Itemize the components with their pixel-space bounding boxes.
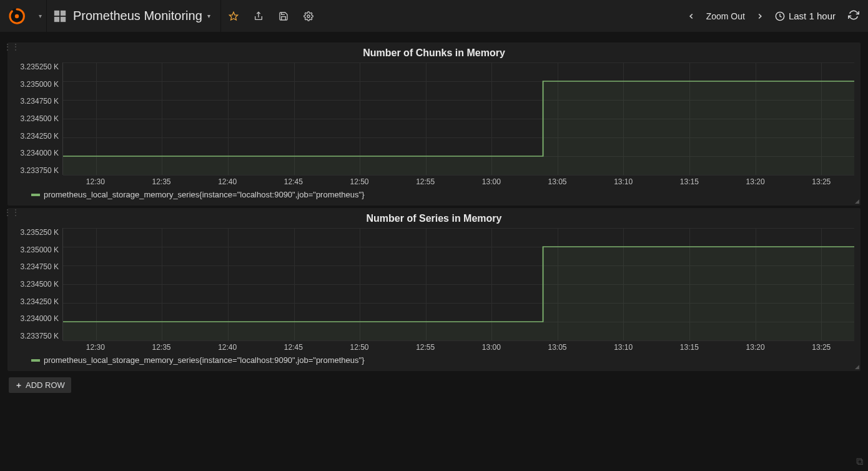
x-tick-label: 13:20	[723, 343, 789, 352]
star-button[interactable]	[221, 0, 246, 32]
time-back-button[interactable]	[683, 12, 700, 21]
chart-panel[interactable]: ⋮⋮Number of Series in Memory3.235250 K3.…	[7, 208, 861, 371]
legend-color-swatch	[31, 359, 40, 362]
x-axis: 12:3012:3512:4012:4512:5012:5513:0013:05…	[62, 175, 854, 187]
chart-plot-area[interactable]	[62, 62, 854, 175]
y-tick-label: 3.234500 K	[14, 114, 59, 123]
svg-marker-6	[229, 12, 237, 20]
x-tick-label: 13:05	[525, 177, 591, 186]
logo-menu-caret-icon[interactable]: ▾	[34, 12, 46, 19]
x-axis: 12:3012:3512:4012:4512:5012:5513:0013:05…	[62, 340, 854, 353]
dashboard-title: Prometheus Monitoring	[73, 9, 202, 23]
svg-rect-5	[61, 16, 66, 21]
time-controls: Zoom Out Last 1 hour	[683, 9, 859, 23]
y-tick-label: 3.234500 K	[14, 280, 59, 289]
legend-label: prometheus_local_storage_memory_series{i…	[44, 355, 365, 365]
x-tick-label: 13:20	[723, 177, 789, 186]
settings-button[interactable]	[296, 0, 321, 32]
x-tick-label: 12:30	[62, 177, 129, 186]
y-tick-label: 3.234250 K	[14, 132, 59, 141]
panel-drag-handle[interactable]: ⋮⋮	[4, 211, 20, 214]
chart-panel[interactable]: ⋮⋮Number of Chunks in Memory3.235250 K3.…	[7, 42, 861, 206]
dashboard-action-icons	[220, 0, 321, 32]
y-axis: 3.235250 K3.235000 K3.234750 K3.234500 K…	[14, 228, 62, 340]
y-axis: 3.235250 K3.235000 K3.234750 K3.234500 K…	[14, 62, 62, 175]
clock-icon	[775, 11, 785, 21]
save-button[interactable]	[271, 0, 296, 32]
footer-grafana-mark-icon: ⧉	[856, 456, 863, 467]
dashboard-caret-icon: ▾	[207, 12, 210, 19]
panel-drag-handle[interactable]: ⋮⋮	[4, 45, 20, 49]
x-tick-label: 13:10	[590, 343, 656, 352]
chart-legend[interactable]: prometheus_local_storage_memory_series{i…	[7, 353, 861, 371]
x-tick-label: 12:45	[260, 343, 327, 352]
x-tick-label: 12:30	[62, 343, 129, 352]
add-row-button[interactable]: ADD ROW	[9, 377, 71, 393]
svg-rect-2	[54, 10, 59, 15]
dashboard-icon	[53, 9, 67, 23]
y-tick-label: 3.234750 K	[14, 262, 59, 271]
dashboard-picker[interactable]: Prometheus Monitoring ▾	[46, 0, 220, 32]
chart-plot-area[interactable]	[62, 228, 854, 340]
panel-title: Number of Series in Memory	[7, 208, 861, 228]
x-tick-label: 13:00	[458, 343, 525, 352]
x-tick-label: 12:55	[392, 343, 458, 352]
x-tick-label: 12:55	[392, 177, 458, 186]
y-tick-label: 3.233750 K	[14, 332, 59, 340]
x-tick-label: 13:00	[458, 177, 525, 186]
y-tick-label: 3.235000 K	[14, 245, 59, 254]
x-tick-label: 12:50	[327, 177, 393, 186]
refresh-button[interactable]	[844, 9, 859, 23]
y-tick-label: 3.234250 K	[14, 297, 59, 306]
share-button[interactable]	[246, 0, 271, 32]
x-tick-label: 12:50	[327, 343, 393, 352]
y-tick-label: 3.235250 K	[14, 228, 59, 237]
y-tick-label: 3.235000 K	[14, 80, 59, 89]
x-tick-label: 13:25	[788, 177, 854, 186]
x-tick-label: 13:05	[525, 343, 591, 352]
panel-resize-handle[interactable]: ◢	[855, 364, 859, 370]
y-tick-label: 3.234000 K	[14, 149, 59, 157]
legend-label: prometheus_local_storage_memory_series{i…	[44, 190, 365, 199]
x-tick-label: 13:15	[656, 177, 723, 186]
y-tick-label: 3.235250 K	[14, 62, 59, 71]
svg-point-1	[15, 14, 19, 17]
x-tick-label: 13:25	[788, 343, 854, 352]
svg-rect-4	[54, 16, 59, 21]
x-tick-label: 13:10	[590, 177, 656, 186]
zoom-out-button[interactable]: Zoom Out	[703, 11, 749, 21]
time-forward-button[interactable]	[751, 12, 769, 21]
add-row-label: ADD ROW	[26, 380, 65, 390]
grafana-logo[interactable]	[0, 0, 34, 32]
panel-resize-handle[interactable]: ◢	[855, 198, 859, 204]
y-tick-label: 3.234750 K	[14, 97, 59, 106]
x-tick-label: 12:40	[194, 343, 260, 352]
time-range-picker[interactable]: Last 1 hour	[771, 11, 842, 21]
y-tick-label: 3.233750 K	[14, 166, 59, 175]
dashboard-body: ⋮⋮Number of Chunks in Memory3.235250 K3.…	[0, 32, 868, 402]
x-tick-label: 12:35	[129, 177, 195, 186]
x-tick-label: 12:45	[260, 177, 327, 186]
legend-color-swatch	[31, 194, 40, 196]
plus-icon	[15, 382, 22, 389]
panel-title: Number of Chunks in Memory	[7, 42, 861, 62]
chart-legend[interactable]: prometheus_local_storage_memory_series{i…	[7, 187, 861, 206]
time-range-label: Last 1 hour	[789, 11, 836, 21]
svg-rect-3	[61, 10, 66, 15]
y-tick-label: 3.234000 K	[14, 314, 59, 323]
svg-point-8	[307, 15, 310, 17]
x-tick-label: 13:15	[656, 343, 723, 352]
x-tick-label: 12:40	[194, 177, 260, 186]
top-navbar: ▾ Prometheus Monitoring ▾ Zoom Out	[0, 0, 868, 32]
x-tick-label: 12:35	[129, 343, 195, 352]
